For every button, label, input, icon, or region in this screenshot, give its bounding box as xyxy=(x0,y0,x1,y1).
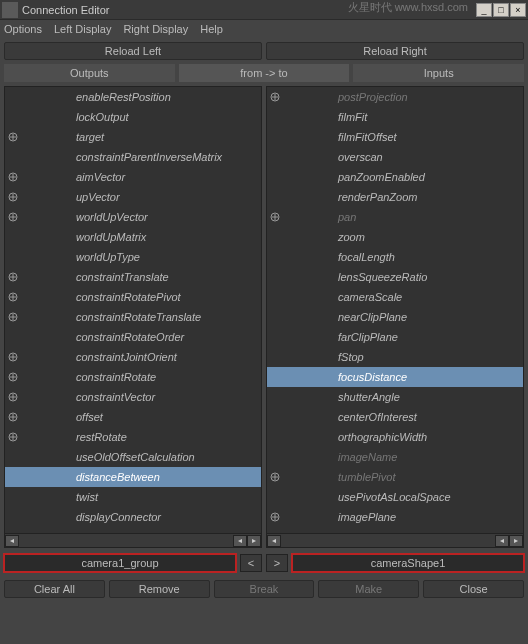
scroll-left-icon[interactable]: ◂ xyxy=(495,535,509,547)
list-item[interactable]: renderPanZoom xyxy=(267,187,523,207)
expand-icon[interactable] xyxy=(6,190,20,204)
expand-icon[interactable] xyxy=(6,430,20,444)
list-item[interactable]: focalLength xyxy=(267,247,523,267)
list-item-label: lensSqueezeRatio xyxy=(282,271,523,283)
list-item[interactable]: target xyxy=(5,127,261,147)
clear-all-button[interactable]: Clear All xyxy=(4,580,105,598)
expand-icon[interactable] xyxy=(6,350,20,364)
close-window-button[interactable]: × xyxy=(510,3,526,17)
close-button[interactable]: Close xyxy=(423,580,524,598)
list-item[interactable]: worldUpType xyxy=(5,247,261,267)
list-item-label: fStop xyxy=(282,351,523,363)
menu-options[interactable]: Options xyxy=(4,23,42,35)
expand-icon[interactable] xyxy=(6,370,20,384)
maximize-button[interactable]: □ xyxy=(493,3,509,17)
menu-right-display[interactable]: Right Display xyxy=(123,23,188,35)
list-item[interactable]: postProjection xyxy=(267,87,523,107)
left-node-field[interactable]: camera1_group xyxy=(4,554,236,572)
expand-icon[interactable] xyxy=(6,410,20,424)
list-item[interactable]: constraintRotate xyxy=(5,367,261,387)
list-item[interactable]: constraintRotateTranslate xyxy=(5,307,261,327)
expand-icon xyxy=(268,410,282,424)
list-item[interactable]: constraintRotateOrder xyxy=(5,327,261,347)
menu-help[interactable]: Help xyxy=(200,23,223,35)
list-item[interactable]: centerOfInterest xyxy=(267,407,523,427)
list-item[interactable]: pan xyxy=(267,207,523,227)
expand-icon[interactable] xyxy=(6,390,20,404)
list-item[interactable]: constraintParentInverseMatrix xyxy=(5,147,261,167)
list-item[interactable]: enableRestPosition xyxy=(5,87,261,107)
list-item[interactable]: fStop xyxy=(267,347,523,367)
list-item[interactable]: imageName xyxy=(267,447,523,467)
inputs-list[interactable]: postProjectionfilmFitfilmFitOffsetoversc… xyxy=(267,87,523,533)
column-header-fromto[interactable]: from -> to xyxy=(179,64,350,82)
list-item[interactable]: twist xyxy=(5,487,261,507)
scroll-right-icon[interactable]: ▸ xyxy=(509,535,523,547)
list-item[interactable]: constraintVector xyxy=(5,387,261,407)
list-item[interactable]: filmFitOffset xyxy=(267,127,523,147)
list-item[interactable]: panZoomEnabled xyxy=(267,167,523,187)
list-item[interactable]: worldUpMatrix xyxy=(5,227,261,247)
scroll-left-start-icon[interactable]: ◂ xyxy=(267,535,281,547)
expand-icon xyxy=(268,190,282,204)
remove-button[interactable]: Remove xyxy=(109,580,210,598)
reload-right-button[interactable]: Reload Right xyxy=(266,42,524,60)
list-item[interactable]: upVector xyxy=(5,187,261,207)
expand-icon[interactable] xyxy=(6,290,20,304)
list-item-label: tumblePivot xyxy=(282,471,523,483)
list-item[interactable]: shutterAngle xyxy=(267,387,523,407)
direction-right-button[interactable]: > xyxy=(266,554,288,572)
expand-icon[interactable] xyxy=(268,510,282,524)
list-item[interactable]: constraintJointOrient xyxy=(5,347,261,367)
direction-left-button[interactable]: < xyxy=(240,554,262,572)
list-item[interactable]: tumblePivot xyxy=(267,467,523,487)
list-item[interactable]: distanceBetween xyxy=(5,467,261,487)
expand-icon[interactable] xyxy=(6,310,20,324)
list-item[interactable]: usePivotAsLocalSpace xyxy=(267,487,523,507)
list-item[interactable]: overscan xyxy=(267,147,523,167)
list-item[interactable]: restRotate xyxy=(5,427,261,447)
list-item[interactable]: displayConnector xyxy=(5,507,261,527)
minimize-button[interactable]: _ xyxy=(476,3,492,17)
inputs-hscroll[interactable]: ◂ ◂ ▸ xyxy=(267,533,523,547)
list-item[interactable]: constraintRotatePivot xyxy=(5,287,261,307)
expand-icon xyxy=(6,450,20,464)
list-item-label: constraintRotatePivot xyxy=(20,291,261,303)
list-item[interactable]: offset xyxy=(5,407,261,427)
outputs-list[interactable]: enableRestPositionlockOutputtargetconstr… xyxy=(5,87,261,533)
list-item-label: constraintRotateTranslate xyxy=(20,311,261,323)
list-item[interactable]: orthographicWidth xyxy=(267,427,523,447)
expand-icon[interactable] xyxy=(6,270,20,284)
list-item-label: nearClipPlane xyxy=(282,311,523,323)
scroll-right-icon[interactable]: ▸ xyxy=(247,535,261,547)
expand-icon[interactable] xyxy=(6,210,20,224)
list-item[interactable]: imagePlane xyxy=(267,507,523,527)
list-item[interactable]: filmFit xyxy=(267,107,523,127)
list-item[interactable]: focusDistance xyxy=(267,367,523,387)
break-button[interactable]: Break xyxy=(214,580,315,598)
list-item[interactable]: aimVector xyxy=(5,167,261,187)
list-item[interactable]: nearClipPlane xyxy=(267,307,523,327)
list-item[interactable]: useOldOffsetCalculation xyxy=(5,447,261,467)
list-item[interactable]: worldUpVector xyxy=(5,207,261,227)
expand-icon[interactable] xyxy=(268,90,282,104)
expand-icon[interactable] xyxy=(6,130,20,144)
expand-icon[interactable] xyxy=(268,470,282,484)
list-item-label: target xyxy=(20,131,261,143)
list-item[interactable]: farClipPlane xyxy=(267,327,523,347)
expand-icon xyxy=(268,450,282,464)
list-item[interactable]: lockOutput xyxy=(5,107,261,127)
menu-left-display[interactable]: Left Display xyxy=(54,23,111,35)
list-item[interactable]: zoom xyxy=(267,227,523,247)
list-item[interactable]: lensSqueezeRatio xyxy=(267,267,523,287)
list-item[interactable]: cameraScale xyxy=(267,287,523,307)
scroll-left-start-icon[interactable]: ◂ xyxy=(5,535,19,547)
outputs-hscroll[interactable]: ◂ ◂ ▸ xyxy=(5,533,261,547)
right-node-field[interactable]: cameraShape1 xyxy=(292,554,524,572)
scroll-left-icon[interactable]: ◂ xyxy=(233,535,247,547)
make-button[interactable]: Make xyxy=(318,580,419,598)
expand-icon[interactable] xyxy=(6,170,20,184)
expand-icon[interactable] xyxy=(268,210,282,224)
reload-left-button[interactable]: Reload Left xyxy=(4,42,262,60)
list-item[interactable]: constraintTranslate xyxy=(5,267,261,287)
